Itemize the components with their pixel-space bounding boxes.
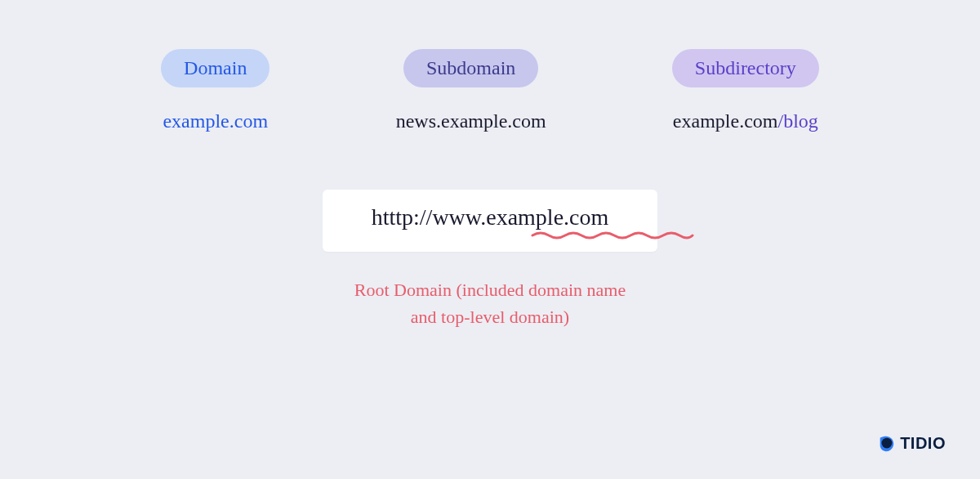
subdomain-badge: Subdomain xyxy=(403,49,538,87)
annotation-line-2: and top-level domain) xyxy=(0,303,980,330)
url-text: htttp://www.example.com xyxy=(372,204,609,230)
domain-example-accent: example.com xyxy=(163,110,268,132)
domain-badge: Domain xyxy=(161,49,270,87)
domain-column: Domain example.com xyxy=(161,49,270,132)
subdirectory-example-prefix: example.com xyxy=(673,110,778,132)
tidio-logo-icon xyxy=(877,435,895,453)
subdirectory-badge: Subdirectory xyxy=(672,49,819,87)
subdirectory-example-accent: /blog xyxy=(777,110,817,132)
subdirectory-column: Subdirectory example.com/blog xyxy=(672,49,819,132)
tidio-logo-text: TIDIO xyxy=(900,434,946,453)
svg-point-0 xyxy=(882,437,893,448)
domain-example: example.com xyxy=(163,110,268,132)
subdomain-column: Subdomain news.example.com xyxy=(396,49,546,132)
tidio-logo: TIDIO xyxy=(877,434,946,453)
annotation-line-1: Root Domain (included domain name xyxy=(0,276,980,303)
url-address-box: htttp://www.example.com xyxy=(323,190,658,252)
subdomain-example-suffix: example.com xyxy=(441,110,546,132)
root-domain-annotation: Root Domain (included domain name and to… xyxy=(0,276,980,330)
url-parts-columns: Domain example.com Subdomain news.exampl… xyxy=(0,0,980,132)
subdirectory-example: example.com/blog xyxy=(673,110,818,132)
squiggle-underline-icon xyxy=(531,231,694,240)
subdomain-example: news.example.com xyxy=(396,110,546,132)
url-box-container: htttp://www.example.com xyxy=(0,190,980,252)
subdomain-example-prefix: news. xyxy=(396,110,441,132)
